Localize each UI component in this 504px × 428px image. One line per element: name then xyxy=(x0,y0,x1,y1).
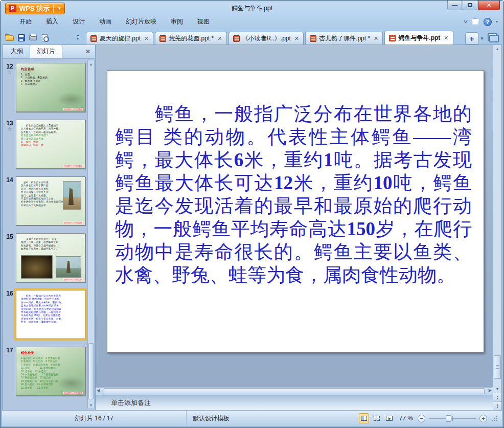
slide-thumbnail-16[interactable]: 鳄鱼，一般指广泛分布在世界各地的鳄目 类的动物。代表性主体鳄鱼——湾鳄，最大体长… xyxy=(16,290,85,339)
slide-text-run: 1 xyxy=(324,149,333,170)
menubar-right-icons: ˅ ? ▾ xyxy=(464,18,498,26)
app-button-label: WPS 演示 xyxy=(19,4,50,13)
thumbnail-text-line: 野兔、蛙等为食，属肉食性动物。 xyxy=(21,321,85,324)
panel-close-icon[interactable]: ✕ xyxy=(82,48,94,55)
doc-tab[interactable]: 杏儿熟了课件.ppt *✕ xyxy=(305,32,383,44)
doc-tab-label: 杏儿熟了课件.ppt * xyxy=(319,34,370,43)
next-slide-button[interactable]: ▼▼ xyxy=(493,401,501,410)
thumbnail-side: 17 xyxy=(4,347,16,396)
panel-scroll-track[interactable] xyxy=(88,67,94,401)
toolbar: ↶ ↷ ▾ 夏天的旋律.ppt✕荒芜的花园.ppt *✕《小读者R..》.ppt… xyxy=(2,29,502,44)
skin-theme-icon[interactable] xyxy=(471,18,479,25)
minimize-button[interactable]: — xyxy=(447,1,462,10)
panel-scrollbar[interactable]: ▲ ▼ xyxy=(87,60,95,409)
toolbar-options-icon[interactable]: ▾ xyxy=(77,35,79,41)
scroll-down-icon[interactable]: ▼ xyxy=(88,401,94,409)
scroll-down-icon[interactable]: ▼ xyxy=(493,385,501,393)
doc-tab[interactable]: 夏天的旋律.ppt✕ xyxy=(86,32,153,44)
slide-position-label: 幻灯片 16 / 17 xyxy=(2,414,186,423)
menu-item-插入[interactable]: 插入 xyxy=(39,15,65,28)
slide-sorter-button[interactable] xyxy=(372,413,382,423)
chevron-down-icon[interactable]: ▼ xyxy=(57,6,61,11)
tab-slides[interactable]: 幻灯片 xyxy=(30,44,62,58)
tab-close-icon[interactable]: ✕ xyxy=(374,35,378,42)
slide-number: 15 xyxy=(4,233,16,240)
watermark-text: 绿色圃中小学教育网 xyxy=(63,278,83,281)
doc-tab-label: 荒芜的花园.ppt * xyxy=(169,34,214,43)
maximize-button[interactable] xyxy=(463,1,477,10)
previous-slide-button[interactable]: ▲▲ xyxy=(493,393,501,401)
ppt-file-icon xyxy=(90,35,97,42)
slide-thumbnail-12[interactable]: 约定俗成1、凶恶2、大自然的、最厉害的3、如来佛 不妨碍4、捡出来的人绿色圃中小… xyxy=(16,63,85,112)
doc-tab[interactable]: 荒芜的花园.ppt *✕ xyxy=(155,32,226,44)
help-dropdown-icon[interactable]: ▾ xyxy=(496,19,498,24)
tab-close-icon[interactable]: ✕ xyxy=(444,35,448,41)
vertical-scrollbar[interactable]: ▲ ▼ ▲▲ ▼▼ xyxy=(493,45,501,410)
slide-thumbnail-17[interactable]: 鳄鱼种类1.扬子鳄 2.马来鳄 3.奥里诺科鳄4.美洲鳄 5.古巴鳄 6.菲律宾… xyxy=(16,347,85,396)
menu-item-视图[interactable]: 视图 xyxy=(190,15,217,28)
vertical-scroll-thumb[interactable] xyxy=(494,355,501,379)
ppt-file-icon xyxy=(159,35,166,42)
slide-text-run: 6 xyxy=(234,149,244,170)
horizontal-scroll-thumb[interactable] xyxy=(104,388,485,394)
notes-placeholder: 单击添加备注 xyxy=(111,398,151,408)
horizontal-scrollbar[interactable]: ◀ ▶ xyxy=(96,387,493,395)
tab-close-icon[interactable]: ✕ xyxy=(217,35,222,42)
new-tab-dropdown-icon[interactable]: ▼ xyxy=(478,32,486,44)
print-preview-button[interactable] xyxy=(40,34,49,42)
tab-outline[interactable]: 大纲 xyxy=(4,45,30,58)
open-file-button[interactable] xyxy=(5,34,14,42)
doc-tab[interactable]: 鳄鱼与争斗.ppt✕ xyxy=(384,31,453,44)
zoom-slider-thumb[interactable] xyxy=(446,415,451,422)
slide-thumbnail-15[interactable]: 这似乎是在警告对方：“只要我的上下颌一合拢，你的脑袋立刻裂为两截。可是今天我不想… xyxy=(16,233,85,282)
chevron-down-icon[interactable]: ˅ xyxy=(463,19,468,25)
zoom-level-label: 77 % xyxy=(399,415,413,422)
menubar: 开始插入设计动画幻灯片放映审阅视图 ˅ ? ▾ xyxy=(2,15,502,29)
vertical-scroll-track[interactable] xyxy=(493,53,501,385)
tab-close-icon[interactable]: ✕ xyxy=(144,35,149,42)
scroll-up-icon[interactable]: ▲ xyxy=(493,45,501,53)
panel-tabs: 大纲 幻灯片 ✕ xyxy=(3,45,95,59)
scroll-right-icon[interactable]: ▶ xyxy=(489,388,492,393)
scroll-left-icon[interactable]: ◀ xyxy=(97,388,100,393)
thumbnail-side: 14 xyxy=(4,176,16,226)
slide-text[interactable]: 鳄鱼，一般指广泛分布在世界各地的鳄目 类的动物。代表性主体鳄鱼——湾鳄，最大体长… xyxy=(115,102,472,286)
notes-pane[interactable]: 单击添加备注 xyxy=(96,395,493,410)
ppt-file-icon xyxy=(389,35,396,41)
close-button[interactable]: ✕ xyxy=(478,1,500,10)
tab-close-icon[interactable]: ✕ xyxy=(294,35,299,42)
slide-thumbnail-13[interactable]: 鳄鱼以自己的强大力量抵挡了比入侵者大得多的风浪，对手一般技不如人，立时间一般当场… xyxy=(16,120,85,169)
menu-item-设计[interactable]: 设计 xyxy=(65,15,92,28)
menu-item-开始[interactable]: 开始 xyxy=(12,15,39,28)
slide-thumbnail-14[interactable]: 这时，鳄鱼已十分饥饿的入侵者们绞尽了脑汁想办法，用尽各种办法诱鳄鱼张开大嘴，可鳄… xyxy=(16,176,85,226)
save-button[interactable] xyxy=(17,34,26,42)
slideshow-button[interactable] xyxy=(384,413,395,423)
quick-access-toolbar: ↶ ↷ ▾ xyxy=(2,34,82,44)
new-tab-button[interactable]: + xyxy=(465,32,478,44)
zoom-in-button[interactable]: + xyxy=(479,415,487,422)
panel-scroll-thumb[interactable] xyxy=(88,343,94,399)
undo-button[interactable]: ↶ xyxy=(52,34,61,42)
menu-item-审阅[interactable]: 审阅 xyxy=(164,15,190,28)
window-title: 鳄鱼与争斗.ppt xyxy=(232,4,272,13)
slide[interactable]: 鳄鱼，一般指广泛分布在世界各地的鳄目 类的动物。代表性主体鳄鱼——湾鳄，最大体长… xyxy=(107,70,484,353)
menu-item-幻灯片放映[interactable]: 幻灯片放映 xyxy=(119,15,164,28)
resize-grip[interactable] xyxy=(492,415,498,421)
menu-item-动画[interactable]: 动画 xyxy=(92,15,119,28)
zoom-slider[interactable] xyxy=(429,418,476,419)
thumbnail-side: 13☆ xyxy=(4,120,16,169)
animation-star-icon: ☆ xyxy=(4,70,16,75)
normal-view-button[interactable] xyxy=(359,413,369,423)
slide-number: 12 xyxy=(4,63,16,70)
main-area: 鳄鱼，一般指广泛分布在世界各地的鳄目 类的动物。代表性主体鳄鱼——湾鳄，最大体长… xyxy=(96,45,493,410)
arrange-windows-icon[interactable] xyxy=(488,33,499,42)
wps-app-button[interactable]: P WPS 演示 ▼ xyxy=(5,3,65,14)
help-icon[interactable]: ? xyxy=(484,18,492,26)
slide-number: 17 xyxy=(4,347,16,354)
print-button[interactable] xyxy=(29,34,37,42)
zoom-out-button[interactable]: − xyxy=(418,415,425,422)
redo-button[interactable]: ↷ xyxy=(64,34,73,42)
doc-tab[interactable]: 《小读者R..》.ppt✕ xyxy=(228,32,304,44)
scroll-up-icon[interactable]: ▲ xyxy=(88,60,94,67)
doc-tab-label: 夏天的旋律.ppt xyxy=(100,34,141,43)
